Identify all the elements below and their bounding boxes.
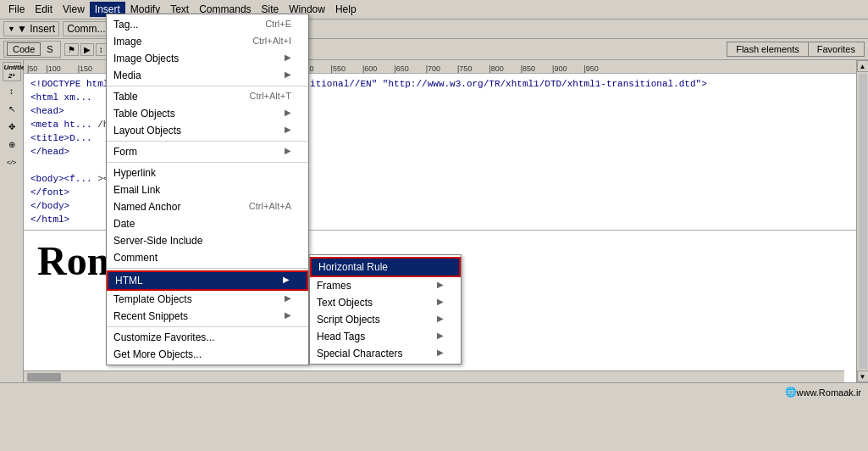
menu-help[interactable]: Help [330, 2, 362, 17]
code-view-btn[interactable]: Code [7, 42, 41, 56]
menu-item-table-objects[interactable]: Table Objects▶ [107, 105, 308, 122]
menu-separator-5 [107, 326, 308, 327]
menu-item-tag[interactable]: Tag...Ctrl+E [107, 16, 308, 33]
submenu-item-horizontal-rule[interactable]: Horizontal Rule [310, 257, 461, 277]
menu-item-layout-objects[interactable]: Layout Objects▶ [107, 122, 308, 139]
html-submenu: Horizontal Rule Frames▶ Text Objects▶ Sc… [309, 254, 462, 365]
insert-menu: Tag...Ctrl+E ImageCtrl+Alt+I Image Objec… [106, 14, 309, 365]
menu-separator-3 [107, 162, 308, 163]
insert-panel-dropdown[interactable]: ▼ ▼ Insert [3, 21, 59, 36]
menu-item-image[interactable]: ImageCtrl+Alt+I [107, 33, 308, 50]
toolbar-action-2[interactable]: ▶ [80, 43, 94, 56]
menu-item-table[interactable]: TableCtrl+Alt+T [107, 88, 308, 105]
menu-item-media[interactable]: Media▶ [107, 67, 308, 84]
menu-separator-4 [107, 268, 308, 269]
view-buttons: Code S [3, 41, 61, 58]
status-url-text: www.Romaak.ir [797, 387, 861, 398]
v-scroll-up[interactable]: ▲ [857, 60, 869, 72]
insert-label: ▼ Insert [17, 23, 55, 35]
menu-item-template-objects[interactable]: Template Objects▶ [107, 291, 308, 308]
vt-hand-icon[interactable]: ✥ [3, 118, 21, 135]
menu-item-comment[interactable]: Comment [107, 249, 308, 266]
toolbar-action-1[interactable]: ⚑ [64, 43, 79, 56]
vt-arrow-icon[interactable]: ↕ [3, 82, 21, 99]
menu-item-ssi[interactable]: Server-Side Include [107, 232, 308, 249]
v-scroll-down[interactable]: ▼ [857, 370, 869, 382]
h-scrollbar[interactable] [24, 370, 844, 382]
doc-tab: Untitled-2* [3, 62, 21, 81]
toolbar-action-3[interactable]: ↕ [96, 43, 107, 56]
menu-item-date[interactable]: Date [107, 215, 308, 232]
status-bar: 🌐 www.Romaak.ir [0, 382, 868, 401]
menu-view[interactable]: View [58, 2, 90, 17]
submenu-item-head-tags[interactable]: Head Tags▶ [310, 328, 461, 345]
submenu-item-special-chars[interactable]: Special Characters▶ [310, 345, 461, 362]
menu-item-get-more[interactable]: Get More Objects... [107, 346, 308, 363]
menu-edit[interactable]: Edit [30, 2, 58, 17]
common-label: Comm... [67, 23, 105, 35]
submenu-item-script-objects[interactable]: Script Objects▶ [310, 311, 461, 328]
vt-zoom-icon[interactable]: ⊕ [3, 136, 21, 153]
vertical-toolbar: Untitled-2* ↕ ↖ ✥ ⊕ </> [0, 60, 24, 382]
split-view-btn[interactable]: S [42, 42, 57, 56]
v-scrollbar[interactable]: ▲ ▼ [856, 60, 868, 382]
status-url: 🌐 [785, 387, 797, 398]
menu-item-html[interactable]: HTML▶ [107, 270, 308, 291]
menu-separator-1 [107, 86, 308, 86]
menu-item-recent-snippets[interactable]: Recent Snippets▶ [107, 308, 308, 325]
submenu-item-frames[interactable]: Frames▶ [310, 277, 461, 294]
tab-flash-elements[interactable]: Flash elements [727, 42, 809, 56]
menu-item-named-anchor[interactable]: Named AnchorCtrl+Alt+A [107, 198, 308, 215]
top-tabs: Flash elements Favorites [727, 42, 865, 57]
vt-select-icon[interactable]: ↖ [3, 100, 21, 117]
tab-favorites[interactable]: Favorites [809, 42, 864, 56]
menu-item-email-link[interactable]: Email Link [107, 181, 308, 198]
menu-item-customize[interactable]: Customize Favorites... [107, 329, 308, 346]
menu-item-form[interactable]: Form▶ [107, 143, 308, 160]
menu-separator-2 [107, 141, 308, 142]
v-scroll-thumb[interactable] [859, 74, 867, 369]
h-scrollbar-thumb[interactable] [27, 373, 61, 381]
vt-span-icon[interactable]: </> [3, 153, 21, 170]
doc-tab-label: Untitled-2* [4, 64, 19, 80]
menu-item-hyperlink[interactable]: Hyperlink [107, 164, 308, 181]
submenu-item-text-objects[interactable]: Text Objects▶ [310, 294, 461, 311]
menu-file[interactable]: File [3, 2, 30, 17]
insert-dropdown: Tag...Ctrl+E ImageCtrl+Alt+I Image Objec… [106, 14, 309, 365]
menu-item-image-objects[interactable]: Image Objects▶ [107, 50, 308, 67]
